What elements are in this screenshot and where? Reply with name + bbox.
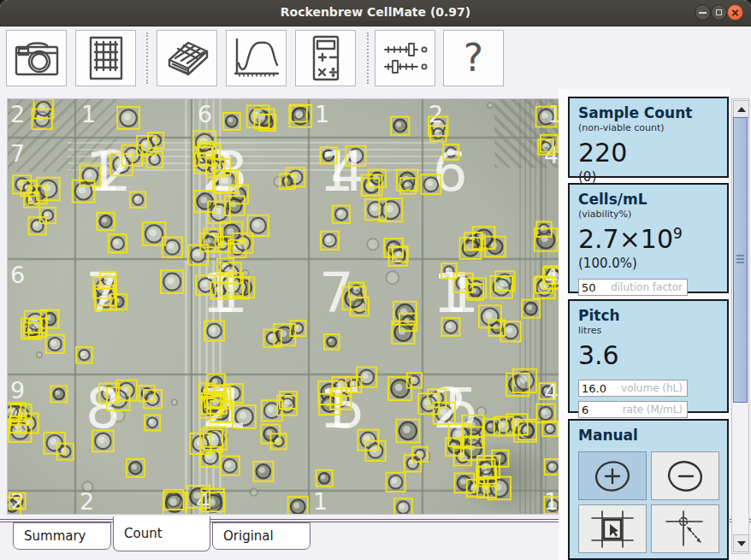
tab-original[interactable]: Original — [212, 522, 310, 550]
tab-count[interactable]: Count — [113, 516, 210, 551]
help-icon: ? — [464, 39, 483, 77]
svg-text:2: 2 — [10, 101, 25, 127]
minimize-button[interactable] — [695, 4, 711, 21]
capture-button[interactable] — [6, 30, 67, 86]
remove-cell-button[interactable] — [651, 451, 719, 500]
toolbar-separator — [146, 32, 148, 84]
pitch-title: Pitch — [578, 307, 718, 324]
scroll-down-button[interactable] — [733, 534, 749, 552]
app-window: Rockenbrew CellMate (0.97) — [0, 0, 751, 560]
arrow-up-icon — [737, 107, 746, 112]
sample-count-title: Sample Count — [578, 104, 718, 121]
adjustments-button[interactable] — [375, 30, 435, 86]
svg-text:2: 2 — [10, 488, 25, 514]
toolbar-separator — [367, 32, 369, 84]
svg-text:14: 14 — [319, 140, 365, 203]
pitch-value: 3.6 — [578, 342, 718, 369]
grid-icon — [85, 35, 127, 81]
measure-button[interactable] — [651, 504, 719, 553]
sliders-icon — [381, 39, 429, 77]
calculator-icon — [307, 34, 345, 82]
scrollbar-thumb[interactable] — [733, 117, 748, 403]
cells-per-ml-subtitle: (viability%) — [578, 209, 718, 220]
maximize-icon — [716, 9, 722, 15]
manual-card: Manual — [568, 419, 729, 560]
svg-text:6: 6 — [198, 101, 212, 127]
svg-text:7: 7 — [10, 140, 25, 167]
add-cell-button[interactable] — [578, 451, 647, 500]
pitch-card: Pitch litres 3.6 volume (hL) rate (M/mL) — [568, 299, 729, 413]
nonviable-count-value: (0) — [578, 169, 718, 185]
svg-text:9: 9 — [10, 377, 25, 404]
cells-per-ml-title: Cells/mL — [578, 191, 718, 208]
titlebar[interactable]: Rockenbrew CellMate (0.97) — [0, 0, 751, 27]
svg-text:2: 2 — [80, 488, 94, 514]
sample-count-value: 220 — [578, 139, 718, 167]
select-region-button[interactable] — [578, 504, 647, 553]
curve-icon — [232, 36, 281, 80]
curve-button[interactable] — [226, 30, 287, 86]
rate-input[interactable] — [578, 401, 688, 418]
arrow-down-icon — [737, 541, 746, 546]
close-button[interactable] — [727, 4, 743, 21]
svg-text:1: 1 — [315, 101, 329, 127]
grid-view-button[interactable] — [75, 30, 136, 86]
volume-input[interactable] — [578, 380, 688, 397]
select-region-icon — [587, 510, 638, 549]
scroll-up-button[interactable] — [733, 100, 749, 118]
detection-overlay: 1223146711711821152521612174649422411 — [8, 99, 559, 514]
maximize-button[interactable] — [711, 4, 727, 21]
svg-text:1: 1 — [544, 488, 559, 514]
measure-icon — [659, 510, 711, 549]
help-button[interactable]: ? — [443, 30, 504, 86]
svg-text:2: 2 — [429, 101, 443, 127]
tab-summary[interactable]: Summary — [13, 522, 111, 550]
sample-count-subtitle: (non-viable count) — [578, 122, 718, 133]
count-view[interactable]: 1223146711711821152521612174649422411 — [7, 98, 559, 515]
window-title: Rockenbrew CellMate (0.97) — [0, 5, 751, 19]
svg-text:12: 12 — [86, 140, 132, 203]
panel-scrollbar[interactable] — [731, 98, 749, 554]
viability-value: (100.0%) — [578, 256, 718, 271]
pitch-subtitle: litres — [578, 325, 718, 336]
sample-count-card: Sample Count (non-viable count) 220 (0) — [568, 97, 729, 178]
cells-per-ml-value: 2.7×109 — [578, 226, 718, 253]
calculator-button[interactable] — [295, 30, 356, 86]
dilution-factor-input[interactable] — [578, 279, 688, 296]
manual-title: Manual — [578, 427, 718, 444]
add-cell-icon — [588, 457, 636, 496]
counting-chamber-button[interactable] — [157, 30, 217, 86]
svg-text:1: 1 — [313, 488, 328, 514]
counting-chamber-icon — [163, 38, 212, 79]
svg-text:1: 1 — [81, 101, 96, 127]
cells-per-ml-card: Cells/mL (viability%) 2.7×109 (100.0%) d… — [568, 183, 729, 293]
minimize-icon — [699, 12, 707, 14]
remove-cell-icon — [661, 457, 709, 496]
camera-icon — [13, 37, 61, 80]
svg-text:6: 6 — [10, 262, 25, 288]
